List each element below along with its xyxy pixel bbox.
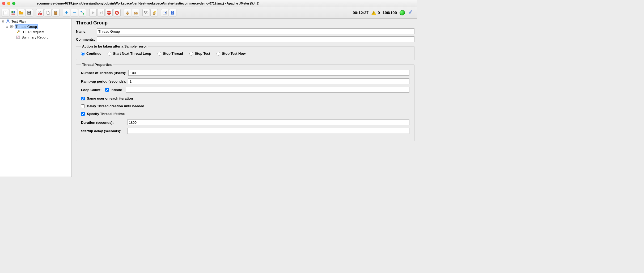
same-user-label: Same user on each iteration: [87, 96, 133, 100]
window-title: ecommerce-demo-0719.jmx (/Users/anthonyb…: [37, 2, 259, 5]
radio-continue[interactable]: [81, 52, 85, 56]
svg-point-29: [11, 26, 12, 27]
same-user-checkbox[interactable]: [81, 97, 85, 100]
test-plan-icon: [6, 19, 10, 24]
svg-rect-12: [55, 11, 57, 11]
tree-label: Thread Group: [15, 24, 38, 29]
warning-icon: ! 0: [371, 10, 380, 15]
status-indicator-icon: [400, 10, 405, 15]
ramp-up-label: Ramp-up period (seconds):: [81, 79, 126, 83]
svg-text:?: ?: [172, 11, 173, 14]
thread-group-icon: [9, 24, 14, 29]
thread-properties-legend: Thread Properties: [81, 63, 113, 67]
clear-all-button[interactable]: [132, 9, 139, 16]
radio-stop-test[interactable]: [189, 52, 193, 56]
radio-start-next[interactable]: [108, 52, 111, 56]
error-action-legend: Action to be taken after a Sampler error: [81, 44, 148, 48]
collapse-button[interactable]: [71, 9, 78, 16]
name-input[interactable]: [97, 28, 414, 34]
delay-creation-checkbox[interactable]: [81, 104, 85, 108]
radio-continue-label: Continue: [86, 52, 101, 56]
startup-delay-input[interactable]: [127, 128, 409, 134]
svg-rect-1: [11, 11, 13, 13]
toggle-button[interactable]: [79, 9, 86, 16]
function-helper-button[interactable]: [161, 9, 168, 16]
loop-count-input[interactable]: [126, 87, 409, 93]
tree-label: Test Plan: [11, 19, 26, 23]
duration-label: Duration (seconds):: [81, 121, 126, 125]
cut-button[interactable]: [36, 9, 44, 16]
svg-rect-5: [28, 11, 30, 12]
maximize-window-button[interactable]: [12, 2, 15, 5]
tree-node-summary-report[interactable]: Summary Report: [0, 35, 71, 40]
window-titlebar: ecommerce-demo-0719.jmx (/Users/anthonyb…: [0, 0, 417, 7]
loop-count-label: Loop Count:: [81, 88, 101, 92]
tree-node-http-request[interactable]: HTTP Request: [0, 29, 71, 35]
delay-creation-label: Delay Thread creation until needed: [87, 104, 144, 108]
save-button[interactable]: [26, 9, 33, 16]
clear-button[interactable]: [124, 9, 131, 16]
specify-lifetime-checkbox[interactable]: [81, 112, 85, 116]
search-button[interactable]: [142, 9, 150, 16]
radio-stop-thread[interactable]: [158, 52, 161, 56]
svg-point-27: [7, 19, 9, 20]
num-threads-label: Number of Threads (users):: [81, 71, 126, 75]
radio-stop-test-now[interactable]: [217, 52, 220, 56]
radio-stop-test-label: Stop Test: [195, 52, 210, 56]
thread-properties-fieldset: Thread Properties Number of Threads (use…: [76, 63, 414, 141]
start-no-pause-button[interactable]: [97, 9, 105, 16]
infinite-checkbox[interactable]: [105, 88, 109, 92]
stop-button[interactable]: STOP: [105, 9, 113, 16]
svg-rect-3: [11, 14, 15, 14]
paste-button[interactable]: [52, 9, 60, 16]
help-button[interactable]: ?: [169, 9, 176, 16]
svg-rect-6: [28, 13, 30, 14]
error-count: 0: [378, 10, 380, 15]
svg-rect-10: [47, 12, 49, 14]
expand-button[interactable]: [63, 9, 70, 16]
summary-report-icon: [16, 35, 20, 40]
infinite-label: Infinite: [111, 88, 122, 92]
test-plan-tree[interactable]: ⊟ Test Plan ⊟ Thread Group HTTP Request …: [0, 19, 72, 177]
tree-toggle-icon[interactable]: ⊟: [5, 25, 9, 28]
svg-rect-2: [14, 11, 15, 13]
tree-node-test-plan[interactable]: ⊟ Test Plan: [0, 19, 71, 24]
open-button[interactable]: [18, 9, 25, 16]
copy-button[interactable]: [44, 9, 52, 16]
tree-label: Summary Report: [21, 35, 48, 39]
new-button[interactable]: [2, 9, 9, 16]
detail-panel: Thread Group Name: Comments: Action to b…: [73, 19, 417, 177]
num-threads-input[interactable]: [128, 70, 409, 76]
main-area: ⊟ Test Plan ⊟ Thread Group HTTP Request …: [0, 19, 417, 177]
tree-node-thread-group[interactable]: ⊟ Thread Group: [0, 24, 71, 29]
thread-ratio: 100/100: [383, 10, 397, 15]
start-button[interactable]: [89, 9, 97, 16]
tree-toggle-icon[interactable]: ⊟: [1, 20, 5, 23]
svg-text:!: !: [374, 12, 374, 15]
ramp-up-input[interactable]: [128, 78, 409, 84]
name-label: Name:: [76, 29, 95, 33]
svg-rect-23: [165, 12, 166, 13]
radio-start-next-label: Start Next Thread Loop: [113, 52, 151, 56]
duration-input[interactable]: [127, 120, 409, 125]
startup-delay-label: Startup delay (seconds):: [81, 129, 126, 133]
svg-text:STOP: STOP: [107, 12, 111, 13]
jmeter-logo-icon: [408, 9, 413, 16]
radio-stop-thread-label: Stop Thread: [163, 52, 183, 56]
svg-rect-15: [102, 11, 103, 14]
panel-heading: Thread Group: [76, 20, 414, 26]
reset-search-button[interactable]: [150, 9, 158, 16]
elapsed-time: 00:12:27: [353, 10, 368, 15]
window-controls: [2, 2, 15, 5]
toolbar-status: 00:12:27 ! 0 100/100: [353, 9, 416, 16]
shutdown-button[interactable]: [113, 9, 121, 16]
svg-point-21: [154, 11, 156, 12]
minimize-window-button[interactable]: [7, 2, 10, 5]
templates-button[interactable]: [10, 9, 17, 16]
http-request-icon: [16, 29, 20, 34]
comments-input[interactable]: [97, 36, 414, 42]
tree-label: HTTP Request: [21, 30, 45, 34]
close-window-button[interactable]: [2, 2, 5, 5]
main-toolbar: STOP ? 00:12:27 ! 0 100/100: [0, 7, 417, 19]
error-action-fieldset: Action to be taken after a Sampler error…: [76, 44, 414, 60]
